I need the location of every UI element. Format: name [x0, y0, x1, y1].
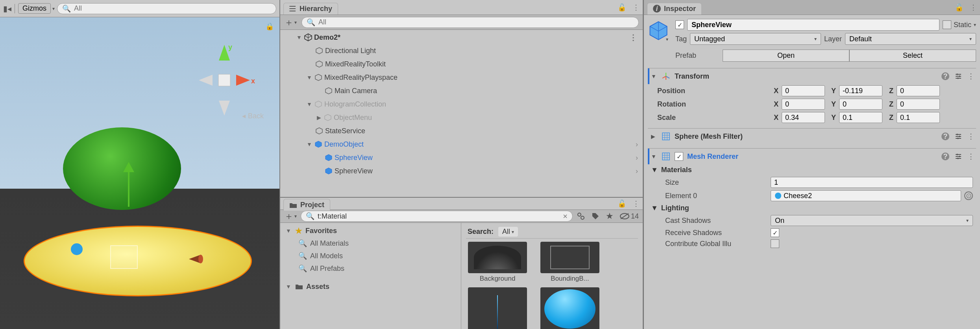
- static-dropdown[interactable]: ▾: [974, 22, 976, 28]
- search-scope-dropdown[interactable]: All▾: [498, 227, 518, 237]
- help-icon[interactable]: ?: [941, 72, 949, 80]
- scene-object-green-sphere[interactable]: [63, 127, 181, 210]
- scale-y-input[interactable]: [839, 112, 882, 123]
- create-button[interactable]: ＋▾: [284, 16, 297, 29]
- camera-icon[interactable]: ▮◂: [3, 4, 11, 13]
- hierarchy-item[interactable]: ▶ ObjectMenu: [280, 111, 643, 124]
- scale-z-input[interactable]: [897, 112, 940, 123]
- rotation-y-input[interactable]: [839, 99, 882, 110]
- scene-move-handle-x[interactable]: [189, 253, 203, 265]
- foldout-icon[interactable]: ▼: [651, 73, 657, 79]
- chevron-right-icon[interactable]: ›: [636, 167, 638, 175]
- object-picker-icon[interactable]: ⊙: [964, 191, 973, 200]
- unlock-icon[interactable]: 🔓: [618, 199, 626, 208]
- more-icon[interactable]: ⋮: [970, 3, 977, 12]
- hierarchy-item[interactable]: ▼ DemoObject ›: [280, 138, 643, 151]
- hierarchy-item[interactable]: MixedRealityToolkit: [280, 57, 643, 71]
- more-icon[interactable]: ⋮: [632, 199, 640, 208]
- scene-move-handle-y[interactable]: [128, 171, 129, 207]
- preset-icon[interactable]: [955, 133, 962, 140]
- scene-move-handle-center[interactable]: [110, 245, 138, 269]
- fav-item[interactable]: 🔍All Prefabs: [280, 262, 461, 275]
- rotation-x-input[interactable]: [782, 99, 825, 110]
- favorites-row[interactable]: ▼ ★ Favorites: [280, 224, 461, 237]
- prefab-open-button[interactable]: Open: [723, 50, 849, 62]
- preset-icon[interactable]: [955, 73, 962, 80]
- scene-object-yellow-disc[interactable]: [24, 226, 252, 296]
- hidden-icon[interactable]: 14: [620, 212, 639, 221]
- project-search[interactable]: 🔍 ×: [301, 211, 573, 222]
- project-search-input[interactable]: [318, 212, 560, 221]
- lighting-foldout[interactable]: ▼Lighting: [648, 202, 976, 214]
- fav-item[interactable]: 🔍All Models: [280, 250, 461, 262]
- more-icon[interactable]: ⋮: [632, 3, 640, 12]
- assets-row[interactable]: ▼ Assets: [280, 280, 461, 293]
- foldout-icon[interactable]: ▶: [651, 133, 657, 140]
- project-tab[interactable]: Project: [283, 199, 330, 211]
- cast-shadows-dropdown[interactable]: On▾: [771, 215, 973, 226]
- create-asset-button[interactable]: ＋▾: [284, 210, 297, 222]
- material-slot[interactable]: Cheese2: [771, 190, 961, 201]
- layer-dropdown[interactable]: Default▾: [845, 33, 976, 45]
- more-icon[interactable]: ⋮: [629, 33, 638, 42]
- help-icon[interactable]: ?: [941, 153, 949, 160]
- hierarchy-item[interactable]: SphereView ›: [280, 151, 643, 164]
- active-checkbox[interactable]: ✓: [675, 20, 684, 29]
- foldout-icon[interactable]: ▼: [306, 101, 312, 107]
- materials-size-input[interactable]: [771, 177, 973, 188]
- mesh-renderer-header[interactable]: ▼ ✓ Mesh Renderer ? ⋮: [648, 149, 976, 164]
- filter-label-icon[interactable]: [592, 212, 599, 220]
- prefab-select-button[interactable]: Select: [849, 50, 976, 62]
- mesh-filter-header[interactable]: ▶ Sphere (Mesh Filter) ? ⋮: [648, 129, 976, 144]
- asset-thumb[interactable]: [538, 287, 601, 329]
- fav-item[interactable]: 🔍All Materials: [280, 237, 461, 250]
- tag-dropdown[interactable]: Untagged▾: [690, 33, 821, 45]
- scene-row[interactable]: ▼ Demo2* ⋮: [280, 31, 643, 44]
- foldout-icon[interactable]: ▼: [306, 141, 312, 147]
- mesh-renderer-enabled-checkbox[interactable]: ✓: [675, 152, 683, 161]
- position-z-input[interactable]: [897, 85, 940, 96]
- more-icon[interactable]: ⋮: [967, 72, 974, 81]
- lock-icon[interactable]: 🔒: [265, 22, 274, 31]
- hierarchy-item[interactable]: ▼ MixedRealityPlayspace: [280, 71, 643, 84]
- preset-icon[interactable]: [955, 153, 962, 160]
- static-checkbox[interactable]: [943, 20, 951, 29]
- more-icon[interactable]: ⋮: [967, 152, 974, 161]
- scale-x-input[interactable]: [782, 112, 825, 123]
- scene-search-input[interactable]: [74, 4, 271, 13]
- hierarchy-item[interactable]: Main Camera: [280, 84, 643, 97]
- materials-foldout[interactable]: ▼Materials: [648, 164, 976, 176]
- hierarchy-tab[interactable]: Hierarchy: [283, 3, 338, 15]
- foldout-icon[interactable]: ▼: [296, 34, 302, 40]
- position-y-input[interactable]: [839, 85, 882, 96]
- prefab-icon[interactable]: ▾: [648, 19, 671, 42]
- chevron-right-icon[interactable]: ›: [636, 140, 638, 149]
- position-x-input[interactable]: [782, 85, 825, 96]
- foldout-icon[interactable]: ▼: [286, 228, 292, 234]
- scene-viewport[interactable]: 🔒 y x ◂ Back: [0, 17, 279, 329]
- hierarchy-search-input[interactable]: [318, 18, 634, 26]
- asset-thumb[interactable]: [466, 287, 529, 329]
- clear-icon[interactable]: ×: [563, 212, 568, 221]
- asset-thumb[interactable]: Background: [466, 242, 529, 283]
- transform-header[interactable]: ▼ Transform ? ⋮: [648, 68, 976, 84]
- receive-shadows-checkbox[interactable]: ✓: [771, 228, 779, 237]
- chevron-right-icon[interactable]: ›: [636, 154, 638, 162]
- scene-move-handle-z[interactable]: [71, 243, 83, 255]
- hierarchy-search[interactable]: 🔍: [301, 17, 639, 28]
- contribute-gi-checkbox[interactable]: [771, 239, 779, 248]
- favorite-icon[interactable]: ★: [606, 211, 614, 221]
- foldout-icon[interactable]: ▼: [306, 74, 312, 81]
- gizmos-dropdown[interactable]: Gizmos: [18, 3, 51, 14]
- help-icon[interactable]: ?: [941, 132, 949, 140]
- unlock-icon[interactable]: 🔓: [955, 3, 963, 12]
- inspector-tab[interactable]: i Inspector: [647, 3, 702, 15]
- scene-search[interactable]: 🔍: [57, 3, 276, 14]
- gizmos-extra-dropdown[interactable]: ▾: [52, 6, 55, 11]
- axis-gizmo[interactable]: y x: [189, 41, 260, 119]
- foldout-icon[interactable]: ▼: [286, 283, 292, 290]
- hierarchy-item[interactable]: Directional Light: [280, 44, 643, 57]
- asset-thumb[interactable]: BoundingB...: [538, 242, 601, 283]
- more-icon[interactable]: ⋮: [967, 132, 974, 141]
- filter-type-icon[interactable]: [577, 212, 585, 221]
